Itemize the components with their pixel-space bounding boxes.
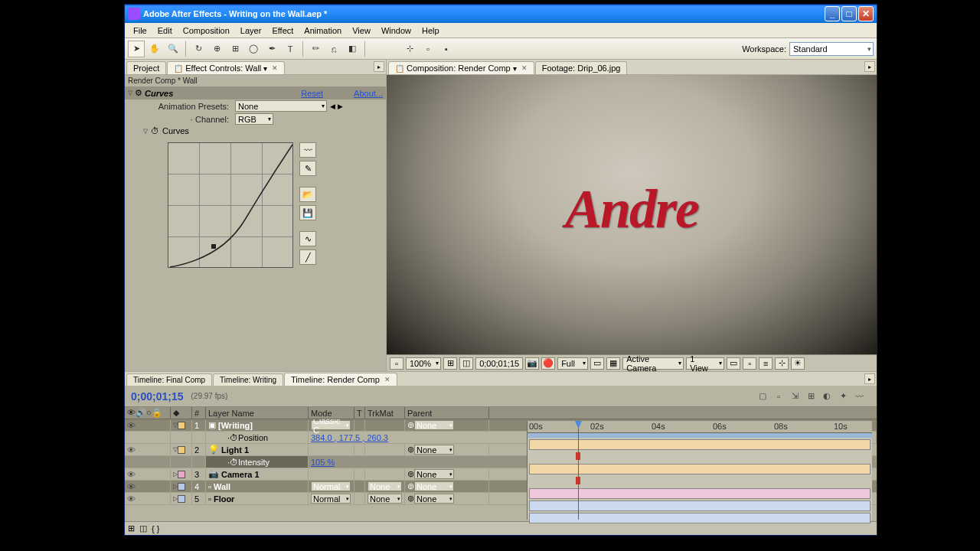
- menu-help[interactable]: Help: [416, 24, 445, 37]
- track-bar[interactable]: [529, 513, 871, 523]
- col-number[interactable]: #: [192, 407, 206, 419]
- eye-icon[interactable]: 👁: [127, 482, 136, 491]
- toggle-brackets-icon[interactable]: { }: [152, 524, 159, 533]
- snap-tool-icon[interactable]: ▪: [438, 41, 455, 57]
- label-color[interactable]: [178, 446, 185, 454]
- parent-dropdown[interactable]: None: [414, 481, 454, 491]
- pickwhip-icon[interactable]: ⊚: [407, 481, 414, 491]
- menu-composition[interactable]: Composition: [178, 24, 235, 37]
- curve-save-icon[interactable]: 💾: [299, 205, 316, 220]
- col-label-icon[interactable]: ◆: [171, 407, 192, 419]
- minimize-button[interactable]: _: [825, 6, 840, 21]
- trkmat-dropdown[interactable]: None: [368, 481, 402, 491]
- close-tab-icon[interactable]: ✕: [384, 376, 390, 383]
- curve-open-icon[interactable]: 📂: [299, 187, 316, 202]
- eraser-tool-icon[interactable]: ◧: [344, 41, 361, 57]
- toggle-switches-icon[interactable]: ⊞: [128, 523, 135, 533]
- label-color[interactable]: [178, 495, 185, 503]
- stopwatch-icon[interactable]: ⏱: [151, 126, 159, 135]
- eye-icon[interactable]: 👁: [127, 494, 136, 504]
- timeline-icon[interactable]: ≡: [759, 357, 773, 370]
- mode-dropdown[interactable]: Normal: [311, 481, 351, 491]
- mask-icon[interactable]: ◫: [459, 357, 473, 370]
- parent-dropdown[interactable]: None: [414, 420, 454, 430]
- tab-timeline-writing[interactable]: Timeline: Writing: [213, 373, 283, 386]
- menu-animation[interactable]: Animation: [299, 24, 347, 37]
- camera-tool-icon[interactable]: ⊕: [208, 41, 225, 57]
- channel-dropdown[interactable]: RGB: [235, 113, 273, 125]
- track-bar[interactable]: [529, 488, 871, 499]
- panel-menu-icon[interactable]: ▸: [864, 61, 875, 72]
- col-trkmat[interactable]: TrkMat: [365, 407, 405, 419]
- workspace-dropdown[interactable]: Standard: [789, 42, 874, 56]
- tab-timeline-render[interactable]: Timeline: Render Comp✕: [284, 373, 397, 386]
- curve-linear-icon[interactable]: ╱: [299, 249, 316, 265]
- col-layer-name[interactable]: Layer Name: [206, 407, 309, 419]
- presets-dropdown[interactable]: None: [235, 100, 327, 112]
- composition-viewer[interactable]: Andre: [387, 75, 877, 354]
- track-bar[interactable]: [529, 464, 871, 474]
- zoom-tool-icon[interactable]: 🔍: [165, 41, 181, 57]
- menu-layer[interactable]: Layer: [235, 24, 267, 37]
- axis-tool-icon[interactable]: ⊹: [401, 41, 418, 57]
- about-link[interactable]: About...: [354, 89, 383, 98]
- stopwatch-icon[interactable]: ⏱: [230, 458, 238, 467]
- comp-flowchart-icon[interactable]: ⊹: [775, 357, 789, 370]
- mask-tool-icon[interactable]: ◯: [245, 41, 262, 57]
- curve-bezier-icon[interactable]: 〰: [299, 142, 316, 158]
- fx-icon[interactable]: ⚙: [135, 88, 142, 98]
- eye-icon[interactable]: 👁: [127, 470, 136, 479]
- tab-effect-controls[interactable]: 📋 Effect Controls: Wall ▾✕: [167, 61, 285, 74]
- current-timecode[interactable]: 0;00;01;15: [131, 390, 184, 403]
- twirl-curves-icon[interactable]: ▽: [143, 128, 148, 135]
- track-bar[interactable]: [529, 439, 871, 450]
- parent-dropdown[interactable]: None: [414, 469, 454, 479]
- track-bar[interactable]: [529, 500, 871, 511]
- tab-footage[interactable]: Footage: Drip_06.jpg: [535, 61, 628, 74]
- fast-preview-icon[interactable]: ▫: [743, 357, 756, 370]
- close-tab-icon[interactable]: ✕: [272, 64, 278, 72]
- stopwatch-icon[interactable]: ⏱: [230, 433, 238, 442]
- mode-tool-icon[interactable]: ▫: [420, 41, 436, 57]
- effect-header-row[interactable]: ▽ ⚙ Curves Reset About...: [125, 86, 386, 99]
- curves-graph[interactable]: [168, 142, 293, 268]
- col-mode[interactable]: Mode: [309, 407, 354, 419]
- views-dropdown[interactable]: 1 View: [686, 357, 724, 370]
- current-time[interactable]: 0;00;01;15: [475, 357, 523, 370]
- roi-icon[interactable]: ▭: [590, 357, 604, 370]
- menu-window[interactable]: Window: [376, 24, 416, 37]
- brainstorm-icon[interactable]: ✦: [836, 390, 850, 403]
- curve-smooth-icon[interactable]: ∿: [299, 231, 316, 246]
- tab-timeline-final[interactable]: Timeline: Final Comp: [126, 373, 212, 386]
- frame-blend-icon[interactable]: ⊞: [804, 390, 818, 403]
- selection-tool-icon[interactable]: ➤: [128, 41, 145, 57]
- channel-icon[interactable]: 🔴: [541, 357, 555, 370]
- label-color[interactable]: [178, 422, 185, 429]
- menu-edit[interactable]: Edit: [152, 24, 178, 37]
- pickwhip-icon[interactable]: ⊚: [407, 445, 414, 455]
- camera-dropdown[interactable]: Active Camera: [622, 357, 684, 370]
- mode-dropdown[interactable]: Normal: [311, 494, 351, 504]
- pan-behind-tool-icon[interactable]: ⊞: [227, 41, 243, 57]
- maximize-button[interactable]: □: [841, 6, 857, 21]
- hand-tool-icon[interactable]: ✋: [146, 41, 163, 57]
- pen-tool-icon[interactable]: ✒: [263, 41, 280, 57]
- col-parent[interactable]: Parent: [405, 407, 489, 419]
- preset-nav-icon[interactable]: ◀ ▶: [330, 103, 343, 110]
- parent-dropdown[interactable]: None: [414, 494, 454, 504]
- exposure-icon[interactable]: ☀: [791, 357, 805, 370]
- menu-effect[interactable]: Effect: [266, 24, 299, 37]
- eye-icon[interactable]: 👁: [127, 421, 136, 430]
- menu-file[interactable]: File: [128, 24, 152, 37]
- rotation-tool-icon[interactable]: ↻: [190, 41, 207, 57]
- reset-link[interactable]: Reset: [301, 89, 323, 98]
- grid-icon[interactable]: ⊞: [443, 357, 457, 370]
- comp-button-icon[interactable]: ▢: [756, 390, 769, 403]
- brush-tool-icon[interactable]: ✏: [307, 41, 324, 57]
- graph-editor-icon[interactable]: 〰: [852, 390, 866, 403]
- close-tab-icon[interactable]: ✕: [521, 64, 528, 72]
- resolution-dropdown[interactable]: Full: [557, 357, 588, 370]
- tab-project[interactable]: Project: [126, 61, 166, 74]
- playhead[interactable]: [578, 421, 579, 520]
- snapshot-icon[interactable]: 📷: [525, 357, 539, 370]
